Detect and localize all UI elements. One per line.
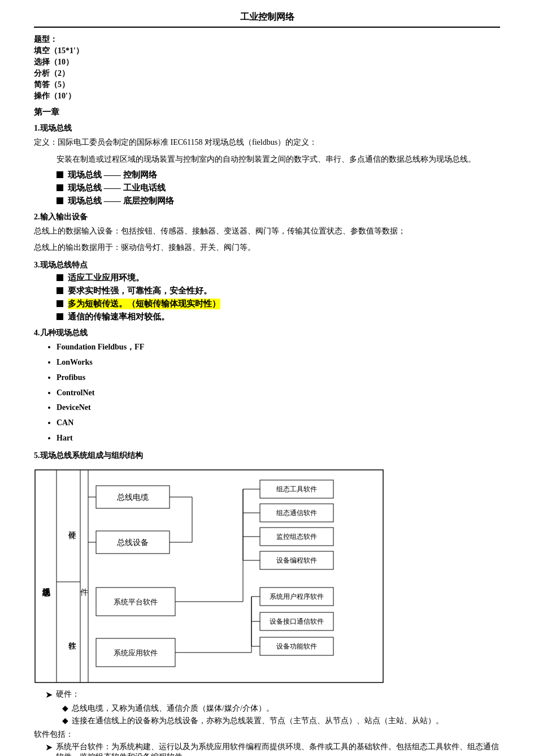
bullet-square-2: [57, 184, 63, 191]
diamond-note1: ◆ 总线电缆，又称为通信线、通信介质（媒体/媒介/介体）。: [62, 703, 500, 714]
svg-text:系统平台软件: 系统平台软件: [114, 598, 158, 606]
list-item: LonWorks: [57, 356, 500, 369]
bullet-sq-f3: [57, 300, 63, 307]
diagram-container: 现场总线系统 硬件 软件 件 总线电缆 总线设备 系统平台软件 系统应用软: [34, 469, 500, 684]
feature1: 适应工业应用环境。: [57, 273, 500, 283]
chapter1-title: 第一章: [34, 107, 500, 118]
topic-fillblank: 填空（15*1'）: [34, 46, 500, 56]
svg-text:组态通信软件: 组态通信软件: [276, 509, 317, 517]
diamond-note2: ◆ 连接在通信线上的设备称为总线设备，亦称为总线装置、节点（主节点、从节点）、站…: [62, 716, 500, 726]
diamond-icon2: ◆: [62, 716, 68, 725]
arrow-icon: ➤: [45, 689, 53, 700]
svg-text:总线设备: 总线设备: [116, 538, 149, 547]
software-note1-text: 系统平台软件：为系统构建、运行以及为系统应用软件编程而提供环境、条件或工具的基础…: [56, 742, 500, 756]
section1-def-body: 安装在制造或过程区域的现场装置与控制室内的自动控制装置之间的数字式、串行、多点通…: [57, 153, 500, 166]
fieldbus-sub2: 现场总线 —— 工业电话线: [57, 183, 500, 193]
bullet-square-1: [57, 171, 63, 178]
svg-text:系统应用软件: 系统应用软件: [114, 649, 158, 657]
fieldbus-types-list: Foundation Fieldbus，FF LonWorks Profibus…: [57, 340, 500, 445]
bullet-sq-f4: [57, 313, 63, 320]
hardware-note2-text: 连接在通信线上的设备称为总线设备，亦称为总线装置、节点（主节点、从节点）、站点（…: [72, 716, 444, 726]
list-item: Profibus: [57, 371, 500, 385]
svg-text:组态工具软件: 组态工具软件: [276, 485, 317, 493]
svg-text:设备功能软件: 设备功能软件: [276, 642, 317, 650]
topic-type-label: 题型：: [34, 34, 500, 45]
software-label2: 软件包括：: [34, 729, 500, 740]
svg-text:设备编程软件: 设备编程软件: [276, 556, 317, 564]
topic-shortanswer: 简答（5）: [34, 80, 500, 90]
feature4: 通信的传输速率相对较低。: [57, 312, 500, 322]
section1-title: 1.现场总线: [34, 123, 500, 133]
list-item: Hart: [57, 431, 500, 445]
list-item: DeviceNet: [57, 401, 500, 414]
section4-title: 4.几种现场总线: [34, 328, 500, 338]
arrow-icon2: ➤: [45, 742, 53, 753]
topic-choice: 选择（10）: [34, 57, 500, 67]
bullet-sq-f1: [57, 274, 63, 281]
svg-text:总线电缆: 总线电缆: [116, 493, 149, 502]
feature2: 要求实时性强，可靠性高，安全性好。: [57, 286, 500, 296]
list-item: CAN: [57, 416, 500, 430]
feature3: 多为短帧传送。（短帧传输体现实时性）: [57, 299, 500, 309]
fieldbus-system-diagram: 现场总线系统 硬件 软件 件 总线电缆 总线设备 系统平台软件 系统应用软: [34, 469, 384, 684]
section2-line1: 总线上的数据输入设备：包括按钮、传感器、接触器、变送器、阀门等，传输其位置状态、…: [34, 224, 500, 238]
hardware-note1-text: 总线电缆，又称为通信线、通信介质（媒体/媒介/介体）。: [72, 703, 274, 714]
page-title: 工业控制网络: [34, 11, 500, 28]
fieldbus-sub1: 现场总线 —— 控制网络: [57, 170, 500, 180]
arrow-software: ➤ 系统平台软件：为系统构建、运行以及为系统应用软件编程而提供环境、条件或工具的…: [45, 742, 500, 756]
list-item: ControlNet: [57, 386, 500, 400]
section2-title: 2.输入输出设备: [34, 212, 500, 222]
section2-line2: 总线上的输出数据用于：驱动信号灯、接触器、开关、阀门等。: [34, 241, 500, 254]
diamond-icon1: ◆: [62, 703, 68, 713]
list-item: Foundation Fieldbus，FF: [57, 340, 500, 354]
svg-text:设备接口通信软件: 设备接口通信软件: [270, 617, 324, 625]
topic-analysis: 分析（2）: [34, 68, 500, 79]
arrow-hardware: ➤ 硬件：: [45, 689, 500, 700]
software-note-section: 软件包括： ➤ 系统平台软件：为系统构建、运行以及为系统应用软件编程而提供环境、…: [34, 729, 500, 756]
bullet-square-3: [57, 197, 63, 204]
section1-def-label: 定义：国际电工委员会制定的国际标准 IEC61158 对现场总线（fieldbu…: [34, 136, 500, 149]
hardware-note-label: 硬件：: [56, 689, 80, 699]
svg-text:监控组态软件: 监控组态软件: [276, 533, 317, 541]
bullet-sq-f2: [57, 287, 63, 294]
hardware-note-section: ➤ 硬件： ◆ 总线电缆，又称为通信线、通信介质（媒体/媒介/介体）。 ◆ 连接…: [34, 689, 500, 726]
svg-text:系统用户程序软件: 系统用户程序软件: [270, 593, 324, 601]
topic-operation: 操作（10'）: [34, 91, 500, 101]
fieldbus-sub3: 现场总线 —— 底层控制网络: [57, 196, 500, 206]
section3-title: 3.现场总线特点: [34, 260, 500, 270]
section5-title: 5.现场总线系统组成与组织结构: [34, 451, 500, 461]
